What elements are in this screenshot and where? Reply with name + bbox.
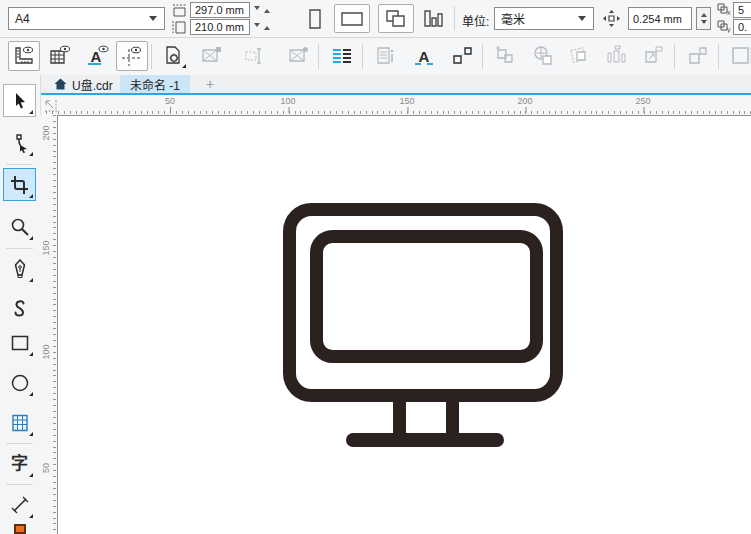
spinner-up-icon[interactable] [264, 6, 270, 13]
fit-to-page-button[interactable] [638, 41, 670, 71]
ruler-number: 50 [165, 96, 175, 106]
toolbox-separator [6, 484, 33, 485]
shape-edit-icon [10, 133, 30, 153]
units-select[interactable]: 毫米 [494, 7, 594, 30]
page-options-button[interactable] [157, 41, 189, 71]
ellipse-icon [10, 373, 30, 393]
tab-untitled-label: 未命名 -1 [130, 76, 180, 93]
page-size-preset-value: A4 [9, 12, 145, 26]
portrait-orientation-button[interactable] [300, 4, 330, 33]
horizontal-ruler[interactable]: 50 100 150 200 250 [40, 95, 751, 115]
curve-tool[interactable] [3, 292, 36, 325]
nudge-offset-field[interactable]: 0.254 mm [628, 7, 692, 30]
rectangle-tool[interactable] [3, 326, 36, 359]
nudge-offset-icon [602, 9, 621, 28]
all-pages-size-button[interactable] [378, 4, 414, 33]
shape-tool[interactable] [3, 126, 36, 159]
transform-rotate-button[interactable] [564, 41, 596, 71]
tab-document[interactable]: U盘.cdr [44, 75, 123, 93]
ruler-ticks [40, 111, 751, 114]
show-rulers-button[interactable] [8, 41, 40, 71]
pen-tool[interactable] [3, 252, 36, 285]
magnifier-icon [10, 217, 30, 237]
toolbar-separator [318, 44, 319, 69]
ruler-number: 200 [41, 125, 51, 140]
text-tool[interactable]: 字 [3, 447, 36, 480]
remove-frame-button[interactable] [283, 41, 315, 71]
table-tool[interactable] [3, 406, 36, 439]
fill-color-tool[interactable] [3, 524, 36, 534]
home-icon [54, 78, 67, 90]
spinner-up-icon[interactable] [264, 23, 270, 30]
duplicate-button[interactable] [490, 41, 522, 71]
dimension-tool[interactable] [3, 488, 36, 521]
paper-height-value: 210.0 mm [195, 21, 244, 33]
svg-text:y: y [727, 26, 731, 33]
tab-untitled-active[interactable]: 未命名 -1 [120, 75, 190, 93]
crop-tool[interactable] [3, 168, 36, 201]
current-page-size-button[interactable] [418, 4, 448, 33]
flyout-indicator [29, 352, 33, 356]
paper-width-field[interactable]: 297.0 mm [190, 2, 250, 18]
document-page[interactable] [57, 115, 751, 534]
document-info-button[interactable] [370, 41, 402, 71]
ellipse-tool[interactable] [3, 366, 36, 399]
dimension-line-icon [10, 495, 30, 515]
flyout-indicator [29, 514, 33, 518]
portrait-icon [305, 8, 325, 30]
connector-nodes-button[interactable] [446, 41, 478, 71]
show-text-frames-button[interactable]: A [80, 41, 112, 71]
letter-a-icon: A [419, 49, 430, 64]
toolbox-separator [6, 248, 33, 249]
flyout-indicator [29, 236, 33, 240]
coreldraw-window: { "property_bar": { "page_size_preset": … [0, 0, 751, 534]
vertical-ruler[interactable]: 200 150 100 50 [40, 115, 57, 534]
paper-height-field[interactable]: 210.0 mm [190, 19, 250, 35]
spinner-down-icon[interactable] [254, 23, 260, 30]
toolbox: 字 [0, 75, 41, 534]
plus-icon: + [206, 76, 214, 92]
document-info-icon [374, 44, 398, 68]
text-list-options-button[interactable] [326, 41, 358, 71]
transform-position-button[interactable] [527, 41, 559, 71]
duplicate-distance-y-field[interactable]: 0. [733, 19, 751, 35]
flyout-indicator [29, 278, 33, 282]
show-grid-button[interactable] [44, 41, 76, 71]
ruler-number: 150 [41, 240, 51, 255]
spinner-up-icon[interactable] [701, 10, 707, 17]
spinner-down-icon[interactable] [701, 20, 707, 27]
guidelines-eye-icon [120, 44, 144, 68]
nudge-offset-value: 0.254 mm [633, 13, 682, 25]
insert-page-frame-button[interactable] [196, 41, 228, 71]
align-distribute-button[interactable] [601, 41, 633, 71]
paper-height-spinner[interactable] [254, 23, 270, 30]
landscape-orientation-button[interactable] [334, 4, 370, 33]
list-lines-icon [330, 44, 354, 68]
edit-text-inline-button[interactable]: A [408, 41, 440, 71]
ruler-number: 100 [280, 96, 295, 106]
paper-width-spinner[interactable] [254, 6, 270, 13]
zoom-tool[interactable] [3, 210, 36, 243]
table-grid-icon [10, 413, 30, 433]
ruler-number: 150 [399, 96, 414, 106]
document-tab-bar: U盘.cdr 未命名 -1 + [40, 75, 751, 95]
chevron-down-icon [149, 16, 157, 25]
nudge-offset-spinner[interactable] [696, 7, 711, 30]
ruler-number: 50 [41, 463, 51, 473]
duplicate-distance-x-field[interactable]: 5 [733, 2, 751, 18]
new-tab-button[interactable]: + [198, 75, 222, 93]
flyout-indicator [29, 432, 33, 436]
page-size-preset-select[interactable]: A4 [8, 7, 165, 30]
tab-document-label: U盘.cdr [72, 76, 113, 93]
spinner-down-icon[interactable] [254, 6, 260, 13]
pick-tool[interactable] [3, 84, 36, 117]
edit-outline-button[interactable] [724, 41, 751, 71]
landscape-icon [339, 10, 365, 28]
eye-icon [98, 45, 109, 53]
pen-nib-icon [10, 259, 30, 279]
edit-fill-button[interactable] [682, 41, 714, 71]
property-bar: A4 297.0 mm 210.0 mm [0, 0, 751, 38]
show-guidelines-button[interactable] [116, 41, 148, 71]
edit-text-button[interactable] [240, 41, 272, 71]
drawing-canvas[interactable] [57, 115, 751, 534]
